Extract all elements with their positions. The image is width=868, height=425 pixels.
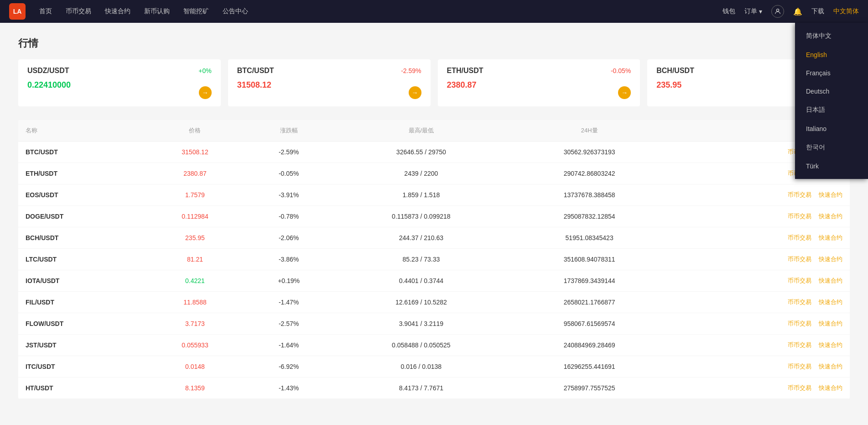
action-quick-contract[interactable]: 快速合约 [819, 299, 842, 305]
lang-item-turkish[interactable]: Türk [795, 157, 868, 175]
ticker-card-0[interactable]: USDZ/USDT +0% 0.22410000 → [18, 59, 221, 106]
cell-pair: JST/USDT [18, 335, 145, 356]
cell-pair: LTC/USDT [18, 249, 145, 270]
action-quick-contract[interactable]: 快速合约 [819, 341, 842, 348]
language-selector[interactable]: 中文简体 [833, 7, 859, 16]
cell-hl: 8.4173 / 7.7671 [333, 378, 510, 399]
language-dropdown: 简体中文 English Français Deutsch 日本語 Italia… [795, 23, 868, 179]
ticker-change: +0% [198, 67, 211, 74]
ticker-header: USDZ/USDT +0% [27, 67, 212, 75]
cell-actions: 币币交易 快速合约 [669, 292, 850, 313]
main-content: 行情 USDZ/USDT +0% 0.22410000 → BTC/USDT -… [0, 23, 868, 413]
cell-pair: BCH/USDT [18, 227, 145, 249]
action-coin-trade[interactable]: 币币交易 [788, 320, 811, 327]
action-quick-contract[interactable]: 快速合约 [819, 234, 842, 241]
action-quick-contract[interactable]: 快速合约 [819, 277, 842, 284]
action-coin-trade[interactable]: 币币交易 [788, 384, 811, 391]
cell-volume: 13737678.388458 [509, 184, 669, 206]
action-quick-contract[interactable]: 快速合约 [819, 191, 842, 198]
user-icon[interactable] [771, 5, 784, 18]
cell-volume: 958067.61569574 [509, 313, 669, 335]
action-coin-trade[interactable]: 币币交易 [788, 256, 811, 262]
ticker-price: 31508.12 [237, 80, 421, 90]
ticker-card-2[interactable]: ETH/USDT -0.05% 2380.87 → [438, 59, 640, 106]
lang-item-japanese[interactable]: 日本語 [795, 100, 868, 120]
lang-item-french[interactable]: Français [795, 64, 868, 82]
cell-change: -3.91% [245, 184, 333, 206]
cell-pair: HT/USDT [18, 378, 145, 399]
market-table-container: 名称 价格 涨跌幅 最高/最低 24H量 操作 BTC/USDT 31508.1… [18, 120, 850, 399]
cell-price: 11.8588 [145, 292, 244, 313]
cell-change: -1.64% [245, 335, 333, 356]
table-row: FLOW/USDT 3.7173 -2.57% 3.9041 / 3.2119 … [18, 313, 850, 335]
ticker-arrow-icon[interactable]: → [409, 86, 421, 99]
table-row: ETH/USDT 2380.87 -0.05% 2439 / 2200 2907… [18, 163, 850, 184]
nav-announcements[interactable]: 公告中心 [223, 7, 248, 16]
action-coin-trade[interactable]: 币币交易 [788, 191, 811, 198]
cell-price: 0.055933 [145, 335, 244, 356]
action-coin-trade[interactable]: 币币交易 [788, 363, 811, 370]
nav-mining[interactable]: 智能挖矿 [183, 7, 209, 16]
cell-hl: 2439 / 2200 [333, 163, 510, 184]
lang-item-english[interactable]: English [795, 46, 868, 64]
action-quick-contract[interactable]: 快速合约 [819, 320, 842, 327]
cell-price: 0.112984 [145, 206, 244, 227]
action-quick-contract[interactable]: 快速合约 [819, 256, 842, 262]
cell-volume: 51951.08345423 [509, 227, 669, 249]
ticker-card-1[interactable]: BTC/USDT -2.59% 31508.12 → [228, 59, 431, 106]
action-coin-trade[interactable]: 币币交易 [788, 299, 811, 305]
orders-dropdown[interactable]: 订单 ▾ [744, 7, 762, 16]
nav-home[interactable]: 首页 [39, 7, 52, 16]
cell-hl: 32646.55 / 29750 [333, 142, 510, 163]
ticker-header: BTC/USDT -2.59% [237, 67, 421, 75]
table-row: BCH/USDT 235.95 -2.06% 244.37 / 210.63 5… [18, 227, 850, 249]
nav-coin-trade[interactable]: 币币交易 [66, 7, 91, 16]
action-coin-trade[interactable]: 币币交易 [788, 341, 811, 348]
cell-pair: IOTA/USDT [18, 270, 145, 292]
table-row: IOTA/USDT 0.4221 +0.19% 0.4401 / 0.3744 … [18, 270, 850, 292]
cell-actions: 币币交易 快速合约 [669, 270, 850, 292]
cell-change: +0.19% [245, 270, 333, 292]
action-quick-contract[interactable]: 快速合约 [819, 213, 842, 220]
action-coin-trade[interactable]: 币币交易 [788, 213, 811, 220]
download-link[interactable]: 下载 [811, 7, 824, 16]
ticker-pair: USDZ/USDT [27, 67, 69, 75]
cell-actions: 币币交易 快速合约 [669, 356, 850, 378]
header: LA 首页 币币交易 快速合约 新币认购 智能挖矿 公告中心 钱包 订单 ▾ 🔔… [0, 0, 868, 23]
table-row: ITC/USDT 0.0148 -6.92% 0.016 / 0.0138 16… [18, 356, 850, 378]
nav-new-coin[interactable]: 新币认购 [144, 7, 170, 16]
cell-volume: 16296255.441691 [509, 356, 669, 378]
cell-actions: 币币交易 快速合约 [669, 206, 850, 227]
cell-hl: 0.4401 / 0.3744 [333, 270, 510, 292]
cell-volume: 1737869.3439144 [509, 270, 669, 292]
lang-item-korean[interactable]: 한국어 [795, 138, 868, 157]
cell-change: -0.05% [245, 163, 333, 184]
cell-change: -1.47% [245, 292, 333, 313]
table-row: FIL/USDT 11.8588 -1.47% 12.6169 / 10.528… [18, 292, 850, 313]
notification-bell-icon[interactable]: 🔔 [793, 7, 802, 16]
cell-change: -1.43% [245, 378, 333, 399]
market-table: 名称 价格 涨跌幅 最高/最低 24H量 操作 BTC/USDT 31508.1… [18, 120, 850, 399]
wallet-link[interactable]: 钱包 [722, 7, 735, 16]
nav-quick-contract[interactable]: 快速合约 [105, 7, 130, 16]
action-coin-trade[interactable]: 币币交易 [788, 277, 811, 284]
cell-volume: 240884969.28469 [509, 335, 669, 356]
lang-item-italian[interactable]: Italiano [795, 120, 868, 138]
logo[interactable]: LA [9, 3, 26, 20]
cell-change: -3.86% [245, 249, 333, 270]
action-quick-contract[interactable]: 快速合约 [819, 363, 842, 370]
cell-pair: ETH/USDT [18, 163, 145, 184]
ticker-header: ETH/USDT -0.05% [447, 67, 631, 75]
action-coin-trade[interactable]: 币币交易 [788, 234, 811, 241]
cell-hl: 85.23 / 73.33 [333, 249, 510, 270]
ticker-arrow-icon[interactable]: → [618, 86, 631, 99]
chevron-down-icon: ▾ [759, 8, 762, 15]
table-row: LTC/USDT 81.21 -3.86% 85.23 / 73.33 3516… [18, 249, 850, 270]
cell-volume: 2758997.7557525 [509, 378, 669, 399]
lang-item-simplified-chinese[interactable]: 简体中文 [795, 26, 868, 46]
cell-pair: BTC/USDT [18, 142, 145, 163]
ticker-arrow-icon[interactable]: → [199, 86, 212, 99]
lang-item-german[interactable]: Deutsch [795, 82, 868, 100]
table-row: HT/USDT 8.1359 -1.43% 8.4173 / 7.7671 27… [18, 378, 850, 399]
action-quick-contract[interactable]: 快速合约 [819, 384, 842, 391]
